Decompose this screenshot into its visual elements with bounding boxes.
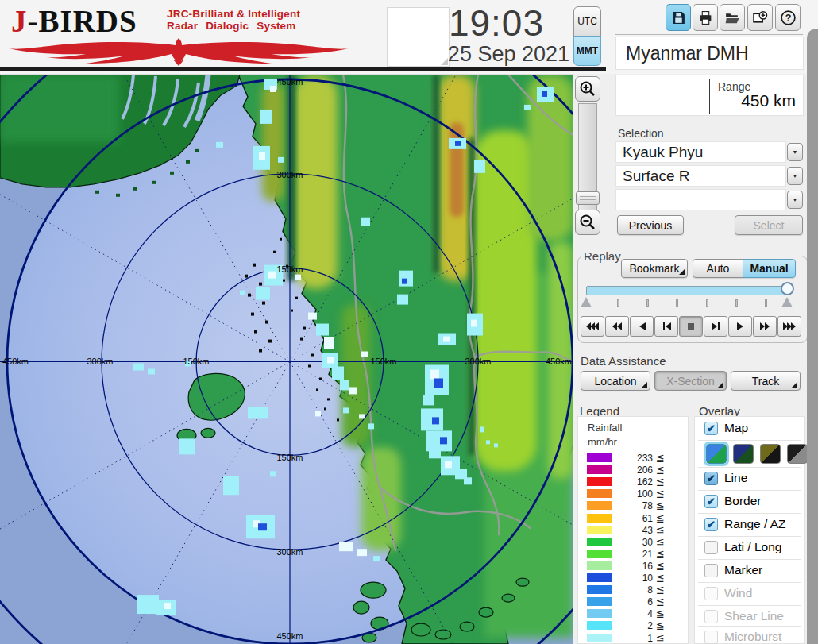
overlay-separator [698, 582, 801, 583]
overlay-checkbox-border[interactable]: ✔ [704, 495, 718, 508]
radar-map-canvas[interactable]: 450km300km150km450km300km150km150km300km… [0, 75, 573, 644]
previous-button[interactable]: Previous [617, 215, 684, 235]
rain-echo [179, 438, 195, 454]
slider-range-end-marker[interactable] [781, 297, 793, 307]
logo-birds: -BIRDS [28, 4, 137, 38]
rain-echo [434, 378, 443, 388]
overlay-item-label: Microburst [724, 630, 781, 644]
legend-color-swatch [587, 621, 612, 630]
overlay-separator [698, 490, 801, 491]
rain-echo [278, 157, 284, 163]
overlay-item-line: ✔Line [695, 471, 804, 490]
rain-echo [308, 313, 317, 320]
replay-slider-track[interactable] [586, 286, 791, 295]
slider-range-start-marker[interactable] [581, 297, 592, 307]
toolbar-separator [615, 34, 803, 35]
jbirds-logo: J-BIRDS JRC-Brilliant & Intelligent Rada… [8, 2, 365, 70]
range-ring-label: 300km [276, 547, 303, 557]
range-ring-label: 300km [87, 357, 113, 366]
range-ring-label: 300km [465, 357, 491, 366]
fast-backward-icon [612, 322, 623, 331]
zoom-slider-handle[interactable] [576, 191, 600, 205]
site-dropdown[interactable]: Kyauk Phyu [615, 141, 786, 163]
logo-subtitle: JRC-Brilliant & Intelligent Radar Dialog… [167, 8, 300, 32]
track-button[interactable]: Track [731, 371, 801, 391]
utc-button[interactable]: UTC [573, 6, 601, 37]
overlay-item-lati-long: Lati / Long [695, 540, 804, 559]
overlay-checkbox-lati-long[interactable] [704, 541, 718, 554]
overlay-item-label: Lati / Long [724, 540, 781, 554]
site-dropdown-arrow-icon[interactable]: ▼ [787, 143, 803, 161]
overlay-item-label: Wind [724, 586, 752, 600]
capture-button[interactable] [747, 4, 773, 31]
bookmark-button[interactable]: Bookmark [621, 259, 688, 278]
fast-forward-button[interactable] [753, 316, 777, 337]
print-button[interactable] [693, 4, 718, 31]
zoom-out-button[interactable] [575, 210, 600, 235]
clock-date: 25 Sep 2021 [433, 42, 569, 67]
stop-button[interactable] [679, 316, 703, 337]
replay-slider-handle[interactable] [781, 282, 794, 295]
legend-lte-symbol: ≦ [656, 560, 665, 572]
play-forward-button[interactable] [728, 316, 752, 337]
legend-row: 162≦ [578, 476, 688, 488]
eagle-icon [8, 37, 349, 67]
map-style-swatch-3[interactable] [760, 444, 781, 464]
zoom-in-button[interactable] [575, 76, 600, 102]
slider-tick [646, 299, 649, 307]
logo-title: J-BIRDS [11, 3, 137, 39]
map-style-swatch-4[interactable] [787, 444, 808, 464]
panel-collapse-strip[interactable] [807, 29, 818, 644]
map-style-swatch-2[interactable] [733, 444, 754, 464]
capture-add-icon [752, 10, 768, 25]
rain-echo [480, 426, 484, 432]
save-button[interactable] [666, 4, 691, 31]
legend-value: 16 [619, 561, 653, 572]
rain-echo [270, 471, 276, 476]
skip-to-start-button[interactable] [581, 316, 604, 337]
overlay-checkbox-microburst [704, 631, 718, 644]
radar-map[interactable]: 450km300km150km450km300km150km150km300km… [0, 74, 573, 644]
rain-echo [259, 152, 265, 160]
auto-mode-button[interactable]: Auto [693, 259, 743, 278]
legend-row: 30≦ [578, 537, 688, 548]
product-dropdown[interactable]: Surface R [615, 165, 786, 187]
x-section-button[interactable]: X-Section [654, 371, 727, 391]
legend-row: 6≦ [578, 596, 688, 607]
legend-row: 78≦ [578, 500, 688, 511]
location-button[interactable]: Location [581, 371, 650, 391]
option-dropdown[interactable] [615, 189, 786, 210]
help-icon: ? [780, 10, 797, 26]
option-dropdown-arrow-icon[interactable]: ▼ [787, 191, 803, 209]
overlay-checkbox-marker[interactable] [704, 564, 718, 577]
rain-echo [524, 105, 531, 110]
legend-panel: Rainfall mm/hr 233≦206≦162≦100≦78≦61≦43≦… [577, 416, 689, 644]
slider-tick [706, 299, 708, 307]
rain-echo [429, 448, 441, 458]
fast-backward-button[interactable] [605, 316, 629, 337]
help-button[interactable]: ? [775, 4, 801, 31]
legend-lte-symbol: ≦ [656, 596, 665, 607]
select-button[interactable]: Select [735, 215, 803, 235]
step-backward-button[interactable] [654, 316, 678, 337]
rain-echo [373, 556, 380, 561]
skip-to-end-button[interactable] [777, 316, 801, 337]
legend-value: 206 [619, 465, 653, 476]
play-backward-icon [638, 322, 646, 331]
product-dropdown-arrow-icon[interactable]: ▼ [787, 167, 803, 185]
skip-to-start-icon [585, 322, 600, 331]
overlay-checkbox-line[interactable]: ✔ [704, 472, 718, 485]
step-backward-icon [662, 322, 672, 331]
overlay-item-range-az: ✔Range / AZ [695, 517, 804, 536]
step-forward-button[interactable] [704, 316, 727, 337]
manual-mode-button[interactable]: Manual [743, 259, 796, 278]
overlay-checkbox-range-az[interactable]: ✔ [704, 518, 718, 531]
mmt-button[interactable]: MMT [573, 36, 601, 66]
rain-echo [357, 549, 367, 556]
play-backward-button[interactable] [630, 316, 654, 337]
open-folder-button[interactable] [720, 4, 745, 31]
rain-echo [443, 337, 450, 342]
rain-echo [361, 352, 368, 357]
overlay-checkbox-map[interactable]: ✔ [704, 422, 718, 435]
map-style-swatch-1[interactable] [706, 444, 727, 464]
